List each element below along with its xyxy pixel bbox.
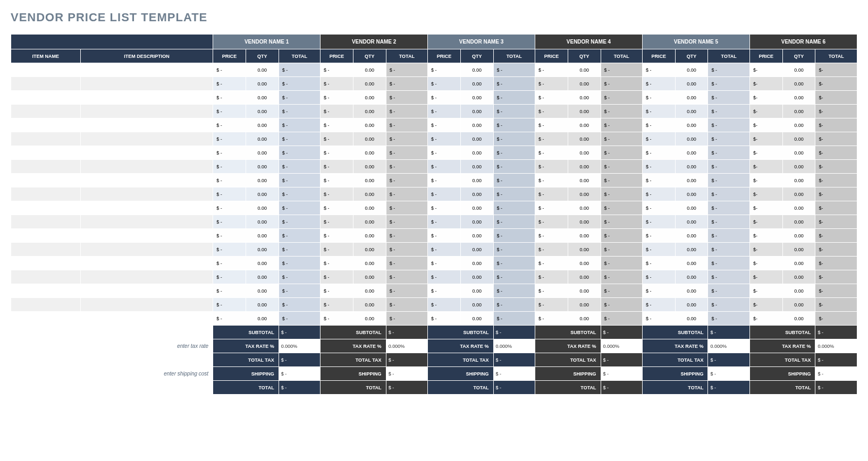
qty-cell[interactable]: 0.00 xyxy=(675,105,708,118)
price-cell[interactable]: $ - xyxy=(213,160,246,174)
price-cell[interactable]: $ - xyxy=(535,91,568,105)
qty-cell[interactable]: 0.00 xyxy=(460,270,493,284)
price-cell[interactable]: $ - xyxy=(428,132,461,146)
qty-cell[interactable]: 0.00 xyxy=(782,160,815,174)
price-cell[interactable]: $ - xyxy=(428,284,461,298)
price-cell[interactable]: $ - xyxy=(321,132,353,146)
qty-cell[interactable]: 0.00 xyxy=(675,132,708,146)
qty-cell[interactable]: 0.00 xyxy=(568,312,601,326)
qty-cell[interactable]: 0.00 xyxy=(353,201,386,215)
item-desc-cell[interactable] xyxy=(80,257,213,270)
price-cell[interactable]: $ - xyxy=(428,160,461,174)
qty-cell[interactable]: 0.00 xyxy=(246,132,279,146)
qty-cell[interactable]: 0.00 xyxy=(353,174,386,187)
price-cell[interactable]: $ - xyxy=(213,215,246,229)
qty-cell[interactable]: 0.00 xyxy=(353,91,386,105)
item-name-cell[interactable] xyxy=(11,187,81,201)
price-cell[interactable]: $ - xyxy=(642,105,675,118)
item-name-cell[interactable] xyxy=(11,257,81,270)
qty-cell[interactable]: 0.00 xyxy=(460,201,493,215)
item-name-cell[interactable] xyxy=(11,105,81,118)
qty-cell[interactable]: 0.00 xyxy=(353,284,386,298)
price-cell[interactable]: $ - xyxy=(642,174,675,187)
item-desc-cell[interactable] xyxy=(80,146,213,160)
qty-cell[interactable]: 0.00 xyxy=(246,257,279,270)
price-cell[interactable]: $ - xyxy=(321,160,353,174)
item-name-cell[interactable] xyxy=(11,201,81,215)
price-cell[interactable]: $ - xyxy=(213,91,246,105)
qty-cell[interactable]: 0.00 xyxy=(568,105,601,118)
price-cell[interactable]: $ - xyxy=(535,160,568,174)
qty-cell[interactable]: 0.00 xyxy=(675,187,708,201)
qty-cell[interactable]: 0.00 xyxy=(246,91,279,105)
item-desc-cell[interactable] xyxy=(80,187,213,201)
qty-cell[interactable]: 0.00 xyxy=(782,229,815,243)
item-name-cell[interactable] xyxy=(11,91,81,105)
price-cell[interactable]: $ - xyxy=(642,284,675,298)
item-name-cell[interactable] xyxy=(11,215,81,229)
qty-cell[interactable]: 0.00 xyxy=(568,146,601,160)
qty-cell[interactable]: 0.00 xyxy=(568,91,601,105)
item-name-cell[interactable] xyxy=(11,146,81,160)
price-cell[interactable]: $ - xyxy=(428,146,461,160)
price-cell[interactable]: $- xyxy=(749,160,782,174)
price-cell[interactable]: $ - xyxy=(428,77,461,91)
price-cell[interactable]: $- xyxy=(749,215,782,229)
qty-cell[interactable]: 0.00 xyxy=(782,284,815,298)
qty-cell[interactable]: 0.00 xyxy=(675,229,708,243)
qty-cell[interactable]: 0.00 xyxy=(675,284,708,298)
qty-cell[interactable]: 0.00 xyxy=(460,229,493,243)
price-cell[interactable]: $ - xyxy=(642,229,675,243)
price-cell[interactable]: $- xyxy=(749,298,782,312)
qty-cell[interactable]: 0.00 xyxy=(782,257,815,270)
price-cell[interactable]: $ - xyxy=(535,146,568,160)
price-cell[interactable]: $ - xyxy=(642,187,675,201)
qty-cell[interactable]: 0.00 xyxy=(353,105,386,118)
price-cell[interactable]: $- xyxy=(749,229,782,243)
price-cell[interactable]: $ - xyxy=(535,63,568,77)
price-cell[interactable]: $ - xyxy=(642,298,675,312)
qty-cell[interactable]: 0.00 xyxy=(460,77,493,91)
qty-cell[interactable]: 0.00 xyxy=(782,243,815,257)
qty-cell[interactable]: 0.00 xyxy=(353,215,386,229)
price-cell[interactable]: $ - xyxy=(213,201,246,215)
item-desc-cell[interactable] xyxy=(80,63,213,77)
price-cell[interactable]: $ - xyxy=(321,118,353,132)
qty-cell[interactable]: 0.00 xyxy=(782,187,815,201)
price-cell[interactable]: $- xyxy=(749,105,782,118)
sum-value-taxrate_label-5[interactable]: 0.000% xyxy=(708,339,749,353)
qty-cell[interactable]: 0.00 xyxy=(568,118,601,132)
qty-cell[interactable]: 0.00 xyxy=(675,243,708,257)
qty-cell[interactable]: 0.00 xyxy=(675,77,708,91)
price-cell[interactable]: $ - xyxy=(535,118,568,132)
qty-cell[interactable]: 0.00 xyxy=(782,215,815,229)
price-cell[interactable]: $ - xyxy=(642,312,675,326)
qty-cell[interactable]: 0.00 xyxy=(460,312,493,326)
price-cell[interactable]: $ - xyxy=(428,215,461,229)
price-cell[interactable]: $- xyxy=(749,132,782,146)
qty-cell[interactable]: 0.00 xyxy=(246,187,279,201)
price-cell[interactable]: $- xyxy=(749,270,782,284)
price-cell[interactable]: $ - xyxy=(428,201,461,215)
sum-value-shipping_label-1[interactable]: $ - xyxy=(279,367,320,381)
price-cell[interactable]: $ - xyxy=(535,284,568,298)
qty-cell[interactable]: 0.00 xyxy=(246,146,279,160)
qty-cell[interactable]: 0.00 xyxy=(782,77,815,91)
qty-cell[interactable]: 0.00 xyxy=(782,270,815,284)
price-cell[interactable]: $ - xyxy=(213,174,246,187)
item-desc-cell[interactable] xyxy=(80,201,213,215)
qty-cell[interactable]: 0.00 xyxy=(782,298,815,312)
item-name-cell[interactable] xyxy=(11,132,81,146)
qty-cell[interactable]: 0.00 xyxy=(782,118,815,132)
item-desc-cell[interactable] xyxy=(80,229,213,243)
qty-cell[interactable]: 0.00 xyxy=(675,118,708,132)
qty-cell[interactable]: 0.00 xyxy=(568,187,601,201)
sum-value-taxrate_label-4[interactable]: 0.000% xyxy=(601,339,642,353)
qty-cell[interactable]: 0.00 xyxy=(675,215,708,229)
price-cell[interactable]: $ - xyxy=(642,243,675,257)
price-cell[interactable]: $ - xyxy=(535,77,568,91)
qty-cell[interactable]: 0.00 xyxy=(568,270,601,284)
price-cell[interactable]: $ - xyxy=(213,63,246,77)
price-cell[interactable]: $ - xyxy=(321,91,353,105)
item-desc-cell[interactable] xyxy=(80,284,213,298)
